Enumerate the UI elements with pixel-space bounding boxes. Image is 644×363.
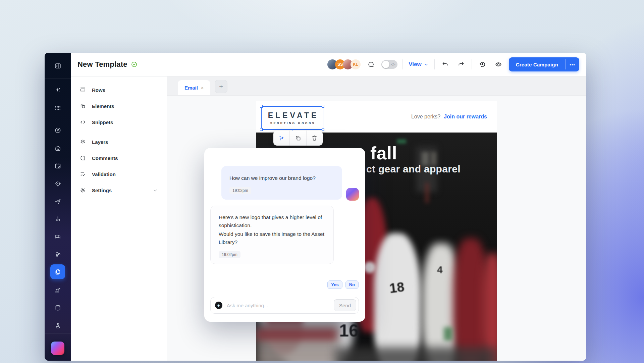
panel-item-validation[interactable]: Validation: [71, 166, 167, 182]
templates-icon[interactable]: [50, 264, 65, 279]
panel-item-snippets[interactable]: Snippets: [71, 114, 167, 130]
quick-reply-row: Yes No: [327, 280, 359, 289]
tab-label: Email: [184, 85, 198, 91]
panel-item-label: Comments: [92, 155, 118, 161]
perks-text: Love perks?: [411, 114, 440, 120]
toggle-knob: [382, 61, 389, 68]
validation-icon: [79, 171, 86, 177]
snippets-icon: [79, 119, 86, 125]
panel-item-label: Rows: [92, 87, 105, 93]
close-tab-icon[interactable]: ×: [201, 85, 204, 91]
rink-red-band: [256, 329, 336, 340]
analytics-icon[interactable]: [50, 283, 65, 298]
panel-item-rows[interactable]: Rows: [71, 82, 167, 98]
view-label: View: [409, 61, 421, 68]
elements-icon: [79, 103, 86, 109]
door-detail: [425, 183, 429, 203]
panel-item-label: Elements: [92, 103, 114, 109]
create-campaign-label: Create Campaign: [516, 62, 558, 67]
settings-icon: [79, 187, 86, 194]
panel-item-layers[interactable]: Layers: [71, 134, 167, 150]
panel-item-label: Settings: [92, 188, 112, 193]
top-header: New Template SS KL </>: [71, 53, 586, 76]
chat-bubbles-icon[interactable]: [50, 229, 65, 244]
divider: [434, 59, 435, 69]
org-chart-icon[interactable]: [50, 211, 65, 226]
panel-item-label: Snippets: [92, 119, 113, 125]
ice-shadow: [335, 347, 497, 361]
flask-icon[interactable]: [50, 318, 65, 333]
selection-handle[interactable]: [260, 105, 263, 108]
jersey-number: 18: [388, 279, 405, 296]
brand-logo-block[interactable]: ELEVATE SPORTING GOODS: [262, 107, 323, 129]
tab-bar: Email × +: [167, 76, 586, 96]
ai-message-bubble: Here’s a new logo that gives a higher le…: [210, 206, 334, 264]
avatar-initials: SS: [337, 62, 343, 67]
selection-handle[interactable]: [260, 128, 263, 131]
undo-icon[interactable]: [439, 59, 451, 70]
paper-plane-icon[interactable]: [50, 194, 65, 209]
duplicate-button[interactable]: [289, 131, 306, 146]
target-icon[interactable]: [50, 176, 65, 191]
panel-item-elements[interactable]: Elements: [71, 98, 167, 114]
collapse-panel-icon[interactable]: [50, 58, 65, 73]
calendar-icon[interactable]: [50, 158, 65, 173]
message-timestamp: 19:02pm: [219, 251, 240, 258]
ai-avatar: [346, 188, 359, 201]
icon-rail: [45, 53, 71, 361]
redo-icon[interactable]: [455, 59, 467, 70]
divider: [402, 59, 402, 69]
avatar[interactable]: KL: [351, 59, 361, 69]
email-header-row: ELEVATE SPORTING GOODS Love perks?: [256, 101, 497, 133]
create-campaign-button[interactable]: Create Campaign: [509, 57, 565, 71]
sparkles-icon[interactable]: [50, 83, 65, 97]
delete-icon: [311, 135, 318, 142]
tab-email[interactable]: Email ×: [178, 80, 210, 95]
chat-input[interactable]: [226, 302, 330, 309]
panel-item-settings[interactable]: Settings: [71, 182, 167, 198]
divider: [472, 59, 472, 69]
code-icon: </>: [391, 63, 395, 66]
player-red-far-right: [483, 253, 497, 361]
brand-tagline: SPORTING GOODS: [270, 121, 315, 125]
attach-plus-icon[interactable]: +: [215, 302, 222, 309]
comments-bubble-icon[interactable]: [365, 59, 377, 70]
view-dropdown[interactable]: View: [407, 61, 429, 68]
home-icon[interactable]: [50, 141, 65, 155]
selection-handle[interactable]: [322, 105, 324, 108]
send-button[interactable]: Send: [334, 299, 356, 311]
ai-edit-icon: [278, 135, 285, 142]
preview-eye-icon[interactable]: [493, 59, 504, 70]
yes-button[interactable]: Yes: [327, 280, 342, 289]
ai-edit-button[interactable]: [273, 131, 289, 146]
saved-check-icon: [131, 61, 138, 68]
code-view-toggle[interactable]: </>: [381, 60, 397, 69]
shapes-cluster-icon[interactable]: [50, 247, 65, 262]
chevron-down-icon: [424, 62, 428, 67]
player-white-18: [374, 233, 421, 361]
green-accent: [444, 327, 452, 341]
grid-dots-icon[interactable]: [50, 100, 65, 115]
layers-icon: [79, 139, 86, 145]
chevron-down-icon: [152, 188, 159, 193]
brand-app-logo[interactable]: [51, 342, 64, 355]
jersey-number: 4: [437, 264, 443, 275]
database-icon[interactable]: [50, 300, 65, 315]
more-options-button[interactable]: •••: [566, 57, 579, 71]
no-button[interactable]: No: [345, 280, 359, 289]
plus-icon: +: [219, 83, 223, 91]
ai-message-text: Here’s a new logo that gives a higher le…: [219, 213, 325, 229]
delete-button[interactable]: [306, 131, 323, 146]
rows-icon: [79, 87, 86, 93]
duplicate-icon: [294, 135, 302, 142]
panel-item-comments[interactable]: Comments: [71, 150, 167, 166]
rewards-link[interactable]: Join our rewards: [444, 114, 487, 120]
add-tab-button[interactable]: +: [215, 80, 227, 93]
chat-input-bar: + Send: [210, 297, 359, 314]
brand-name: ELEVATE: [268, 111, 319, 120]
page-title: New Template: [77, 60, 127, 69]
rail-divider: [45, 333, 71, 333]
history-icon[interactable]: [477, 59, 488, 70]
ai-message-text: Would you like to save this image to the…: [219, 230, 325, 246]
compass-icon[interactable]: [50, 123, 65, 138]
